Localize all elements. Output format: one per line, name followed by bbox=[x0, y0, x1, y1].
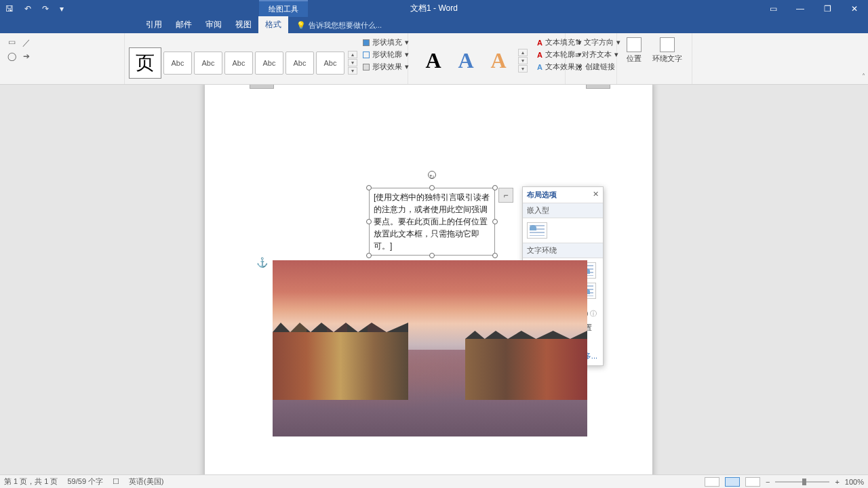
resize-handle-sw[interactable] bbox=[366, 253, 372, 258]
tab-review[interactable]: 审阅 bbox=[199, 16, 229, 33]
group-text: ⇅文字方向▾ ≡对齐文本▾ ⛓创建链接 bbox=[566, 33, 617, 84]
style-gallery-more[interactable]: ▴▾▾ bbox=[348, 51, 357, 75]
language-status[interactable]: 英语(美国) bbox=[129, 476, 163, 487]
document-title: 文档1 - Word bbox=[410, 3, 458, 14]
resize-handle-s[interactable] bbox=[429, 253, 435, 258]
anchor-icon: ⚓ bbox=[256, 257, 268, 268]
tab-format[interactable]: 格式 bbox=[258, 16, 288, 33]
view-web-layout[interactable] bbox=[745, 477, 760, 487]
zoom-slider[interactable] bbox=[775, 481, 829, 483]
text-direction-button[interactable]: ⇅文字方向▾ bbox=[575, 37, 608, 47]
shape-outline-button[interactable]: 形状轮廓▾ bbox=[363, 49, 409, 60]
create-link-button[interactable]: ⛓创建链接 bbox=[575, 62, 608, 72]
redo-icon[interactable]: ↷ bbox=[42, 4, 49, 14]
rotate-handle[interactable] bbox=[428, 171, 436, 179]
info-icon[interactable]: ⓘ bbox=[590, 310, 597, 317]
style-swatch-5[interactable]: Abc bbox=[285, 52, 314, 75]
group-shape-styles: 页 Abc Abc Abc Abc Abc Abc ▴▾▾ 形状填充▾ 形状轮廓… bbox=[125, 33, 408, 84]
shape-fill-button[interactable]: 形状填充▾ bbox=[363, 37, 409, 47]
shape-arrow-icon[interactable]: ➔ bbox=[22, 52, 31, 61]
group-insert-shapes: ▭／ ◯➔ bbox=[0, 33, 125, 84]
resize-handle-ne[interactable] bbox=[492, 185, 498, 190]
ribbon-display-icon[interactable]: ▭ bbox=[760, 1, 787, 16]
maximize-icon[interactable]: ❐ bbox=[814, 1, 841, 16]
undo-icon[interactable]: ↶ bbox=[24, 4, 31, 14]
status-bar: 第 1 页，共 1 页 59/59 个字 ☐ 英语(美国) − + 100% bbox=[0, 474, 868, 488]
wrap-inline[interactable] bbox=[527, 222, 547, 239]
close-icon[interactable]: ✕ bbox=[841, 1, 868, 16]
style-swatch-1[interactable]: Abc bbox=[163, 52, 192, 75]
layout-options-title: 布局选项 bbox=[527, 190, 557, 200]
ribbon: ▭／ ◯➔ 页 Abc Abc Abc Abc Abc Abc ▴▾▾ 形状填充… bbox=[0, 33, 868, 85]
layout-options-button[interactable]: ⌐ bbox=[498, 188, 513, 203]
style-swatch-6[interactable]: Abc bbox=[316, 52, 344, 75]
title-bar: 🖫 ↶ ↷ ▾ 绘图工具 文档1 - Word ▭ — ❐ ✕ bbox=[0, 0, 868, 17]
shape-effects-button[interactable]: 形状效果▾ bbox=[363, 62, 409, 72]
layout-options-icon: ⌐ bbox=[503, 190, 508, 200]
shape-line-icon[interactable]: ／ bbox=[22, 37, 31, 49]
tab-references[interactable]: 引用 bbox=[139, 16, 169, 33]
shape-rect-icon[interactable]: ▭ bbox=[7, 37, 16, 49]
word-count[interactable]: 59/59 个字 bbox=[67, 476, 103, 487]
group-arrange: 位置 环绕文字 bbox=[617, 33, 692, 84]
style-swatch-4[interactable]: Abc bbox=[255, 52, 283, 75]
minimize-icon[interactable]: — bbox=[787, 1, 814, 16]
ruler-indent-marker[interactable] bbox=[586, 85, 610, 89]
wordart-more[interactable]: ▴▾▾ bbox=[518, 49, 528, 73]
proofing-icon[interactable]: ☐ bbox=[113, 477, 119, 486]
zoom-in-icon[interactable]: + bbox=[835, 478, 839, 486]
ruler-indent-marker[interactable] bbox=[250, 85, 274, 89]
close-callout-icon[interactable]: ✕ bbox=[593, 190, 599, 200]
style-swatch-3[interactable]: Abc bbox=[224, 52, 253, 75]
style-swatch-2[interactable]: Abc bbox=[194, 52, 222, 75]
view-read-mode[interactable] bbox=[705, 477, 719, 487]
ribbon-tabs: 引用 邮件 审阅 视图 格式 💡 告诉我您想要做什么... bbox=[0, 17, 868, 33]
wordart-style-1[interactable]: A bbox=[419, 48, 448, 73]
shape-oval-icon[interactable]: ◯ bbox=[7, 52, 16, 61]
window-controls: ▭ — ❐ ✕ bbox=[760, 1, 868, 16]
tell-me-placeholder: 告诉我您想要做什么... bbox=[309, 20, 382, 30]
resize-handle-w[interactable] bbox=[366, 219, 372, 224]
resize-handle-e[interactable] bbox=[492, 219, 498, 224]
zoom-out-icon[interactable]: − bbox=[766, 478, 770, 486]
resize-handle-se[interactable] bbox=[492, 253, 498, 258]
inserted-image[interactable] bbox=[273, 260, 587, 436]
view-print-layout[interactable] bbox=[725, 477, 740, 487]
page-status[interactable]: 第 1 页，共 1 页 bbox=[4, 476, 58, 487]
lightbulb-icon: 💡 bbox=[296, 21, 306, 30]
tab-mailings[interactable]: 邮件 bbox=[169, 16, 199, 33]
align-text-button[interactable]: ≡对齐文本▾ bbox=[575, 49, 608, 60]
wordart-style-2[interactable]: A bbox=[452, 48, 480, 73]
zoom-level[interactable]: 100% bbox=[845, 478, 864, 486]
tell-me-search[interactable]: 💡 告诉我您想要做什么... bbox=[292, 18, 386, 33]
save-icon[interactable]: 🖫 bbox=[5, 4, 14, 14]
group-wordart: A A A ▴▾▾ A文本填充▾ A文本轮廓▾ A文本效果▾ bbox=[408, 33, 566, 84]
quick-access-toolbar: 🖫 ↶ ↷ ▾ bbox=[0, 4, 69, 14]
document-canvas: ⚓ [使用文档中的独特引言吸引读者的注意力，或者使用此空间强调要点。要在此页面上… bbox=[0, 85, 868, 474]
position-button[interactable]: 位置 bbox=[621, 35, 647, 83]
qat-more-icon[interactable]: ▾ bbox=[60, 4, 64, 14]
text-box[interactable]: [使用文档中的独特引言吸引读者的注意力，或者使用此空间强调要点。要在此页面上的任… bbox=[369, 188, 495, 256]
wrap-text-button[interactable]: 环绕文字 bbox=[647, 35, 688, 83]
style-swatch-large[interactable]: 页 bbox=[129, 47, 161, 79]
text-box-content: [使用文档中的独特引言吸引读者的注意力，或者使用此空间强调要点。要在此页面上的任… bbox=[374, 192, 490, 251]
context-tab-drawing-tools: 绘图工具 bbox=[259, 0, 308, 17]
section-inline: 嵌入型 bbox=[523, 203, 603, 218]
section-wrap: 文字环绕 bbox=[523, 243, 603, 258]
wordart-style-3[interactable]: A bbox=[484, 48, 513, 73]
collapse-ribbon-icon[interactable]: ˄ bbox=[862, 73, 865, 80]
resize-handle-nw[interactable] bbox=[366, 185, 372, 190]
resize-handle-n[interactable] bbox=[429, 185, 435, 190]
tab-view[interactable]: 视图 bbox=[229, 16, 258, 33]
